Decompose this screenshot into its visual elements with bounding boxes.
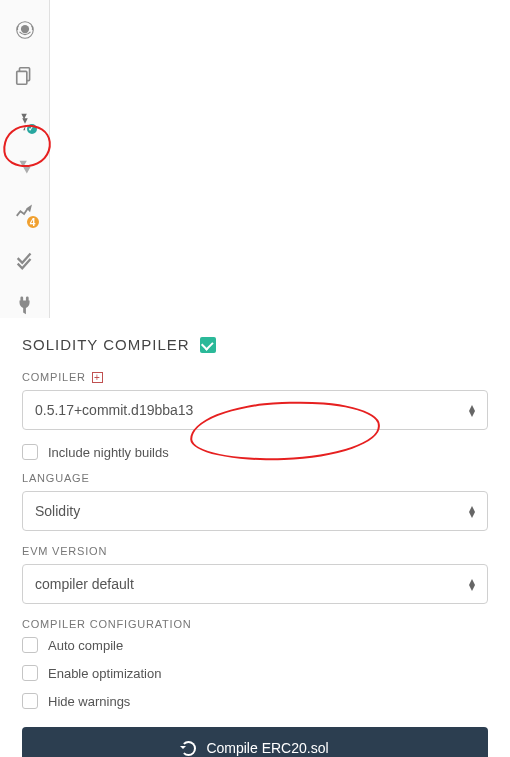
logo-icon[interactable] (13, 18, 37, 42)
include-nightly-label: Include nightly builds (48, 445, 169, 460)
svg-rect-3 (16, 71, 26, 84)
analysis-icon[interactable] (13, 248, 37, 272)
svg-point-1 (20, 25, 28, 33)
success-badge-icon (25, 122, 39, 136)
include-nightly-row[interactable]: Include nightly builds (22, 444, 488, 460)
compiler-select[interactable]: 0.5.17+commit.d19bba13 ▴▾ (22, 390, 488, 430)
chevron-updown-icon: ▴▾ (469, 505, 475, 517)
plugin-manager-icon[interactable] (13, 294, 37, 318)
chevron-updown-icon: ▴▾ (469, 578, 475, 590)
optimization-label: Enable optimization (48, 666, 161, 681)
include-nightly-checkbox[interactable] (22, 444, 38, 460)
compiler-icon[interactable] (13, 110, 37, 134)
module-badge-icon (200, 337, 216, 353)
compile-button[interactable]: Compile ERC20.sol (22, 727, 488, 757)
config-label: COMPILER CONFIGURATION (22, 618, 488, 630)
optimization-row[interactable]: Enable optimization (22, 665, 488, 681)
hide-warnings-label: Hide warnings (48, 694, 130, 709)
deploy-icon[interactable] (13, 156, 37, 180)
evm-selected-value: compiler default (35, 576, 134, 592)
evm-select[interactable]: compiler default ▴▾ (22, 564, 488, 604)
auto-compile-checkbox[interactable] (22, 637, 38, 653)
compiler-label: COMPILER + (22, 371, 488, 383)
language-select[interactable]: Solidity ▴▾ (22, 491, 488, 531)
auto-compile-label: Auto compile (48, 638, 123, 653)
refresh-icon (181, 741, 196, 756)
language-selected-value: Solidity (35, 503, 80, 519)
page-title: SOLIDITY COMPILER (22, 336, 190, 353)
chevron-updown-icon: ▴▾ (469, 404, 475, 416)
sidebar: 4 (0, 0, 50, 318)
compile-button-label: Compile ERC20.sol (206, 740, 328, 756)
auto-compile-row[interactable]: Auto compile (22, 637, 488, 653)
optimization-checkbox[interactable] (22, 665, 38, 681)
hide-warnings-row[interactable]: Hide warnings (22, 693, 488, 709)
language-label: LANGUAGE (22, 472, 488, 484)
hide-warnings-checkbox[interactable] (22, 693, 38, 709)
warning-badge: 4 (25, 214, 41, 230)
compiler-selected-value: 0.5.17+commit.d19bba13 (35, 402, 193, 418)
add-compiler-icon[interactable]: + (92, 372, 103, 383)
evm-label: EVM VERSION (22, 545, 488, 557)
main-panel: SOLIDITY COMPILER COMPILER + 0.5.17+comm… (0, 318, 510, 757)
file-explorer-icon[interactable] (13, 64, 37, 88)
debugger-icon[interactable]: 4 (13, 202, 37, 226)
